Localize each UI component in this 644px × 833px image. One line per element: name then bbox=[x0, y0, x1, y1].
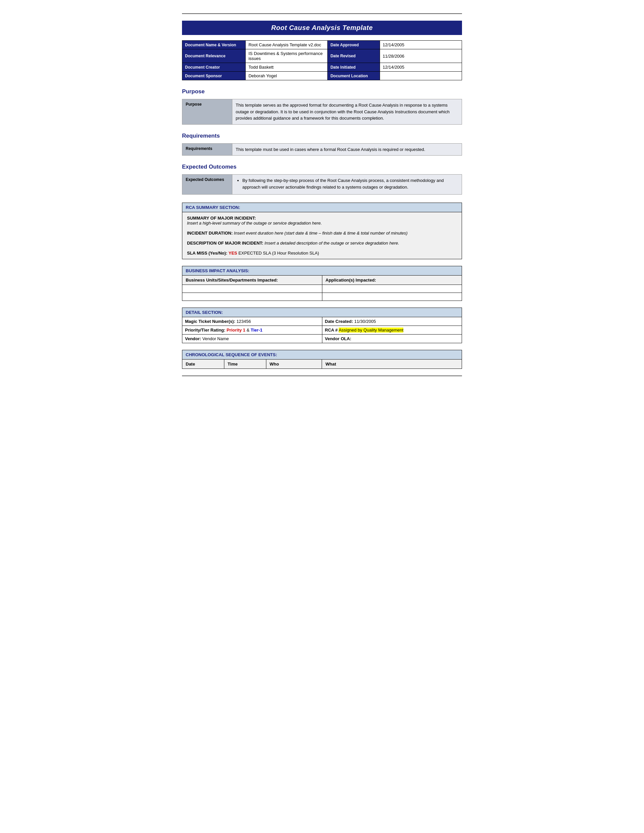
purpose-row: Purpose This template serves as the appr… bbox=[182, 99, 462, 125]
business-impact-header-row: BUSINESS IMPACT ANALYSIS: bbox=[182, 266, 462, 275]
meta-label-doc-sponsor: Document Sponsor bbox=[182, 72, 246, 80]
meta-label-doc-creator: Document Creator bbox=[182, 63, 246, 72]
priority-value: Priority 1 bbox=[227, 328, 245, 333]
meta-value-doc-creator: Todd Baskett bbox=[246, 63, 328, 72]
summary-of-major-incident-para: SUMMARY OF MAJOR INCIDENT: Insert a high… bbox=[187, 215, 457, 225]
tier-value: Tier-1 bbox=[251, 328, 262, 333]
meta-label-doc-relevance: Document Relevance bbox=[182, 49, 246, 63]
detail-row-2: Priority/Tier Rating: Priority 1 & Tier-… bbox=[182, 326, 462, 334]
rca-summary-section: RCA SUMMARY SECTION: SUMMARY OF MAJOR IN… bbox=[182, 203, 462, 259]
meta-label-date-approved: Date Approved bbox=[328, 41, 380, 49]
detail-vendor-ola-cell: Vendor OLA: bbox=[322, 334, 462, 343]
expected-outcomes-bullet: By following the step-by-step process of… bbox=[242, 177, 458, 190]
sla-value: YES bbox=[229, 251, 237, 256]
chron-header-row: CHRONOLOGICAL SEQUENCE OF EVENTS: bbox=[182, 350, 462, 360]
document-title: Root Cause Analysis Template bbox=[189, 24, 455, 32]
sla-label: SLA MISS (Yes/No): bbox=[187, 251, 227, 256]
description-content: Insert a detailed description of the out… bbox=[265, 241, 399, 246]
detail-vendor-cell: Vendor: Vendor Name bbox=[182, 334, 322, 343]
biz-cell-2-2 bbox=[322, 293, 462, 301]
detail-priority-cell: Priority/Tier Rating: Priority 1 & Tier-… bbox=[182, 326, 322, 334]
rca-summary-body-row: SUMMARY OF MAJOR INCIDENT: Insert a high… bbox=[182, 212, 462, 259]
expected-outcomes-label: Expected Outcomes bbox=[182, 175, 232, 195]
vendor-value: Vendor Name bbox=[202, 336, 229, 341]
incident-label: INCIDENT DURATION: bbox=[187, 231, 233, 236]
biz-cell-1-2 bbox=[322, 285, 462, 293]
rca-summary-header: RCA SUMMARY SECTION: bbox=[182, 203, 462, 212]
requirements-table: Requirements This template must be used … bbox=[182, 143, 462, 156]
expected-outcomes-table: Expected Outcomes By following the step-… bbox=[182, 174, 462, 195]
meta-value-date-initiated: 12/14/2005 bbox=[380, 63, 462, 72]
title-bar: Root Cause Analysis Template bbox=[182, 21, 462, 35]
detail-table-outer: DETAIL SECTION: Magic Ticket Number(s): … bbox=[182, 307, 462, 343]
detail-row-3: Vendor: Vendor Name Vendor OLA: bbox=[182, 334, 462, 343]
expected-outcomes-list: By following the step-by-step process of… bbox=[236, 177, 458, 190]
purpose-content: This template serves as the approved for… bbox=[232, 99, 462, 125]
vendor-label: Vendor: bbox=[185, 336, 201, 341]
expected-outcomes-row: Expected Outcomes By following the step-… bbox=[182, 175, 462, 195]
purpose-label: Purpose bbox=[182, 99, 232, 125]
expected-outcomes-content: By following the step-by-step process of… bbox=[232, 175, 462, 195]
sla-para: SLA MISS (Yes/No): YES EXPECTED SLA (3 H… bbox=[187, 251, 457, 256]
description-para: DESCRIPTION OF MAJOR INCIDENT: Insert a … bbox=[187, 241, 457, 246]
meta-table: Document Name & Version Root Cause Analy… bbox=[182, 40, 462, 80]
biz-col2-header: Application(s) Impacted: bbox=[322, 275, 462, 285]
incident-duration-para: INCIDENT DURATION: Insert event duration… bbox=[187, 231, 457, 236]
purpose-section: Purpose Purpose This template serves as … bbox=[182, 88, 462, 125]
requirements-label: Requirements bbox=[182, 143, 232, 156]
description-label: DESCRIPTION OF MAJOR INCIDENT: bbox=[187, 241, 263, 246]
summary-content: Insert a high-level summary of the outag… bbox=[187, 220, 322, 225]
meta-label-date-revised: Date Revised bbox=[328, 49, 380, 63]
bottom-rule bbox=[182, 376, 462, 376]
rca-highlight-text: Assigned by Quality Management bbox=[339, 328, 403, 333]
detail-header-row: DETAIL SECTION: bbox=[182, 308, 462, 317]
top-rule bbox=[182, 13, 462, 14]
meta-value-date-approved: 12/14/2005 bbox=[380, 41, 462, 49]
incident-content: Insert event duration here (start date &… bbox=[234, 231, 408, 236]
meta-row-4: Document Sponsor Deborah Yogel Document … bbox=[182, 72, 462, 80]
rca-summary-header-row: RCA SUMMARY SECTION: bbox=[182, 203, 462, 212]
chron-header: CHRONOLOGICAL SEQUENCE OF EVENTS: bbox=[182, 350, 462, 360]
rca-summary-table: RCA SUMMARY SECTION: SUMMARY OF MAJOR IN… bbox=[182, 203, 462, 259]
meta-label-date-initiated: Date Initiated bbox=[328, 63, 380, 72]
meta-value-doc-name: Root Cause Analysis Template v2.doc bbox=[246, 41, 328, 49]
detail-date-created-cell: Date Created: 11/30/2005 bbox=[322, 317, 462, 326]
meta-value-date-revised: 11/28/2006 bbox=[380, 49, 462, 63]
priority-label: Priority/Tier Rating: bbox=[185, 328, 225, 333]
biz-empty-row-2 bbox=[182, 293, 462, 301]
date-created-value: 11/30/2005 bbox=[354, 319, 376, 324]
meta-value-doc-relevance: IS Downtimes & Systems performance issue… bbox=[246, 49, 328, 63]
biz-empty-row-1 bbox=[182, 285, 462, 293]
summary-label: SUMMARY OF MAJOR INCIDENT: bbox=[187, 215, 256, 220]
magic-value: 123456 bbox=[236, 319, 251, 324]
chron-table-outer: CHRONOLOGICAL SEQUENCE OF EVENTS: Date T… bbox=[182, 350, 462, 369]
meta-row-3: Document Creator Todd Baskett Date Initi… bbox=[182, 63, 462, 72]
chron-col-who: Who bbox=[266, 360, 322, 369]
business-impact-table-outer: BUSINESS IMPACT ANALYSIS: Business Units… bbox=[182, 266, 462, 301]
chron-col-time: Time bbox=[224, 360, 266, 369]
detail-rca-cell: RCA # Assigned by Quality Management bbox=[322, 326, 462, 334]
meta-label-doc-name: Document Name & Version bbox=[182, 41, 246, 49]
detail-row-1: Magic Ticket Number(s): 123456 Date Crea… bbox=[182, 317, 462, 326]
sla-suffix: EXPECTED SLA (3 Hour Resolution SLA) bbox=[238, 251, 319, 256]
detail-magic-cell: Magic Ticket Number(s): 123456 bbox=[182, 317, 322, 326]
vendor-ola-label: Vendor OLA: bbox=[325, 336, 351, 341]
biz-col1-header: Business Units/Sites/Departments Impacte… bbox=[182, 275, 322, 285]
requirements-section: Requirements Requirements This template … bbox=[182, 133, 462, 156]
business-impact-col-headers: Business Units/Sites/Departments Impacte… bbox=[182, 275, 462, 285]
business-impact-header: BUSINESS IMPACT ANALYSIS: bbox=[182, 266, 462, 275]
expected-outcomes-section: Expected Outcomes Expected Outcomes By f… bbox=[182, 164, 462, 195]
meta-value-doc-location bbox=[380, 72, 462, 80]
rca-summary-body: SUMMARY OF MAJOR INCIDENT: Insert a high… bbox=[182, 212, 462, 259]
requirements-row: Requirements This template must be used … bbox=[182, 143, 462, 156]
purpose-heading: Purpose bbox=[182, 88, 462, 95]
meta-row-1: Document Name & Version Root Cause Analy… bbox=[182, 41, 462, 49]
requirements-heading: Requirements bbox=[182, 133, 462, 139]
meta-row-2: Document Relevance IS Downtimes & System… bbox=[182, 49, 462, 63]
meta-label-doc-location: Document Location bbox=[328, 72, 380, 80]
chron-col-what: What bbox=[322, 360, 462, 369]
magic-label: Magic Ticket Number(s): bbox=[185, 319, 235, 324]
biz-cell-1-1 bbox=[182, 285, 322, 293]
biz-cell-2-1 bbox=[182, 293, 322, 301]
priority-separator: & bbox=[247, 328, 251, 333]
